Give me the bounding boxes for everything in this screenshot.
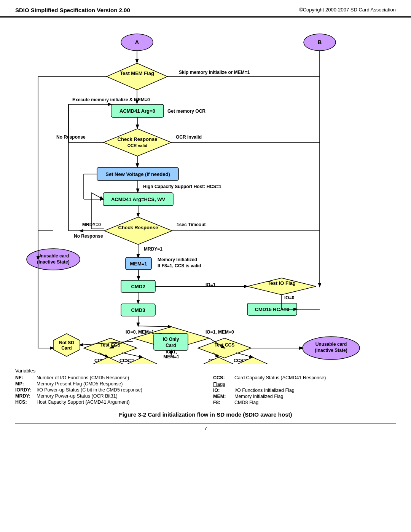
var-val-io: I/O Functions Initialized Flag <box>234 388 295 393</box>
svg-text:IO=0, MEM=1: IO=0, MEM=1 <box>126 329 154 335</box>
svg-text:High: High <box>248 363 258 364</box>
svg-text:IO Only: IO Only <box>163 337 179 342</box>
svg-line-124 <box>122 353 142 357</box>
variables-label: Variables <box>15 368 396 374</box>
vars-right: CCS: Card Capacity Status (ACMD41 Respon… <box>213 375 396 406</box>
var-row-iordy: IORDY: I/O Power-up Status (C bit in the… <box>15 387 198 393</box>
svg-text:No Response: No Response <box>74 233 103 239</box>
svg-marker-5 <box>107 63 167 90</box>
svg-text:Skip memory initialize or MEM=: Skip memory initialize or MEM=1 <box>179 70 250 75</box>
svg-text:MEM=1: MEM=1 <box>163 354 179 359</box>
svg-text:MEM=1: MEM=1 <box>130 261 147 267</box>
svg-text:1sec Timeout: 1sec Timeout <box>177 222 206 227</box>
var-val-f8: CMD8 Flag <box>234 400 258 405</box>
var-row-mem: MEM: Memory Initialized Flag <box>213 394 396 399</box>
svg-text:Test CCS: Test CCS <box>215 342 234 348</box>
svg-text:(Inactive State): (Inactive State) <box>315 348 347 353</box>
var-key-f8: F8: <box>213 400 232 405</box>
svg-text:Check Response: Check Response <box>118 136 158 142</box>
var-val-ccs: Card Capacity Status (ACMD41 Response) <box>234 375 326 380</box>
var-row-flags-header: Flags <box>213 381 396 387</box>
svg-text:ACMD41 Arg=0: ACMD41 Arg=0 <box>119 108 155 114</box>
var-key-mem: MEM: <box>213 394 232 399</box>
var-val-mem: Memory Initialized Flag <box>234 394 284 399</box>
svg-text:High: High <box>138 363 147 364</box>
var-row-nf: NF: Number of I/O Functions (CMD5 Respon… <box>15 375 198 380</box>
var-row-io: IO: I/O Functions Initialized Flag <box>213 388 396 393</box>
var-val-nf: Number of I/O Functions (CMD5 Response) <box>37 375 129 380</box>
var-key-hcs: HCS: <box>15 399 34 405</box>
svg-text:Test IO Flag: Test IO Flag <box>268 280 295 286</box>
vars-left: NF: Number of I/O Functions (CMD5 Respon… <box>15 375 198 406</box>
svg-text:OCR invalid: OCR invalid <box>176 134 202 140</box>
svg-text:Set New Voltage (if needed): Set New Voltage (if needed) <box>105 171 170 177</box>
svg-text:Memory Initialized: Memory Initialized <box>158 257 197 262</box>
header-title: SDIO Simplified Specification Version 2.… <box>15 7 130 13</box>
svg-marker-27 <box>104 217 172 244</box>
svg-text:Not SD: Not SD <box>59 340 74 345</box>
var-row-hcs: HCS: Host Capacity Support (ACMD41 Argum… <box>15 399 198 405</box>
var-key-io: IO: <box>213 388 232 393</box>
svg-text:Card: Card <box>166 343 176 348</box>
header-copyright: ©Copyright 2000-2007 SD Card Association <box>299 7 396 13</box>
svg-text:Unusable card: Unusable card <box>315 342 347 347</box>
var-val-iordy: I/O Power-up Status (C bit in the CMD5 r… <box>37 387 142 393</box>
svg-text:Test MEM Flag: Test MEM Flag <box>120 70 154 76</box>
svg-text:Standard: Standard <box>99 363 117 364</box>
var-row-ccs: CCS: Card Capacity Status (ACMD41 Respon… <box>213 375 396 380</box>
page: SDIO Simplified Specification Version 2.… <box>0 0 411 532</box>
var-key-mp: MP: <box>15 381 34 387</box>
var-key-nf: NF: <box>15 375 34 380</box>
svg-text:IO=1, MEM=0: IO=1, MEM=0 <box>206 329 234 335</box>
svg-text:IO=1: IO=1 <box>206 282 216 288</box>
var-val-mrdy: Memory Power-up Status (OCR Bit31) <box>37 393 118 399</box>
svg-text:If F8=1, CCS is valid: If F8=1, CCS is valid <box>158 263 201 268</box>
svg-text:CMD2: CMD2 <box>131 284 145 289</box>
svg-text:B: B <box>318 39 322 45</box>
svg-text:Execute memory initialize & ME: Execute memory initialize & MEM=0 <box>72 97 150 102</box>
svg-text:OCR valid: OCR valid <box>127 143 148 148</box>
variables-section: Variables NF: Number of I/O Functions (C… <box>0 364 411 406</box>
var-row-mp: MP: Memory Present Flag (CMD5 Response) <box>15 381 198 387</box>
svg-line-129 <box>138 326 171 327</box>
svg-text:IO=0: IO=0 <box>284 295 295 300</box>
var-val-hcs: Host Capacity Support (ACMD41 Argument) <box>37 399 130 405</box>
var-key-ccs: CCS: <box>213 375 232 380</box>
flowchart-svg: A B Test MEM Flag Skip memory initialize… <box>8 21 403 364</box>
svg-text:ACMD41 Arg=HCS, WV: ACMD41 Arg=HCS, WV <box>111 197 166 202</box>
svg-text:A: A <box>135 39 139 45</box>
vars-grid: NF: Number of I/O Functions (CMD5 Respon… <box>15 375 396 406</box>
var-key-iordy: IORDY: <box>15 387 34 393</box>
svg-line-118 <box>91 193 103 199</box>
svg-text:(Inactive State): (Inactive State) <box>37 259 69 265</box>
svg-text:Check Response: Check Response <box>118 225 158 230</box>
svg-text:Card: Card <box>61 345 72 351</box>
header: SDIO Simplified Specification Version 2.… <box>0 0 411 18</box>
var-row-f8: F8: CMD8 Flag <box>213 400 396 405</box>
footer-page: 7 <box>0 423 411 434</box>
var-val-mp: Memory Present Flag (CMD5 Response) <box>37 381 123 387</box>
svg-text:MRDY=1: MRDY=1 <box>144 246 162 252</box>
svg-text:CMD3: CMD3 <box>131 307 145 313</box>
svg-text:No Response: No Response <box>56 134 86 140</box>
svg-marker-14 <box>104 129 171 156</box>
var-row-mrdy: MRDY: Memory Power-up Status (OCR Bit31) <box>15 393 198 399</box>
flags-label: Flags <box>213 381 225 387</box>
svg-text:Standard: Standard <box>209 363 228 364</box>
var-key-mrdy: MRDY: <box>15 393 34 399</box>
svg-text:Unusable card: Unusable card <box>38 253 69 259</box>
diagram-area: A B Test MEM Flag Skip memory initialize… <box>0 18 411 364</box>
figure-caption: Figure 3-2 Card initialization flow in S… <box>0 406 411 420</box>
svg-text:Get memory OCR: Get memory OCR <box>167 109 206 114</box>
svg-text:High Capacity Support Host: HC: High Capacity Support Host: HCS=1 <box>143 184 221 189</box>
svg-line-126 <box>236 353 253 357</box>
